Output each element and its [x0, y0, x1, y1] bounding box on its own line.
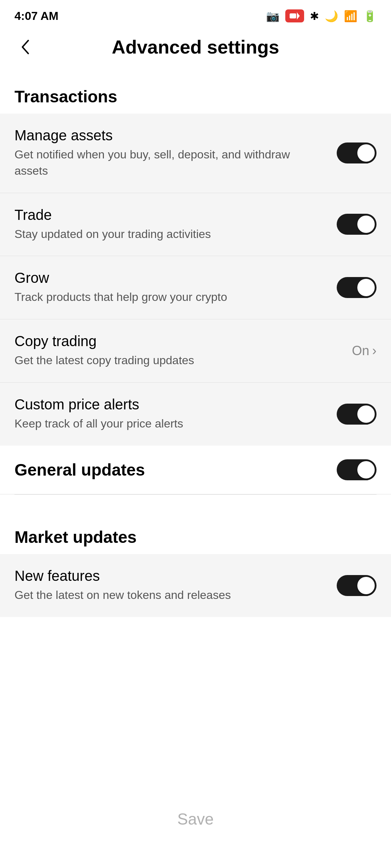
- market-updates-list: New features Get the latest on new token…: [0, 554, 391, 617]
- new-features-text: New features Get the latest on new token…: [14, 568, 326, 603]
- new-features-subtitle: Get the latest on new tokens and release…: [14, 587, 326, 603]
- copy-trading-title: Copy trading: [14, 333, 341, 349]
- status-bar: 4:07 AM 📷 ✱ 🌙 📶 🔋: [0, 0, 391, 29]
- manage-assets-item: Manage assets Get notified when you buy,…: [0, 114, 391, 193]
- grow-subtitle: Track products that help grow your crypt…: [14, 289, 326, 305]
- grow-text: Grow Track products that help grow your …: [14, 270, 326, 305]
- status-time: 4:07 AM: [14, 9, 59, 23]
- moon-icon: 🌙: [325, 10, 338, 22]
- custom-price-alerts-item: Custom price alerts Keep track of all yo…: [0, 383, 391, 446]
- page-title: Advanced settings: [36, 36, 355, 58]
- new-features-item: New features Get the latest on new token…: [0, 554, 391, 617]
- trade-title: Trade: [14, 207, 326, 223]
- copy-trading-status: On: [352, 343, 369, 358]
- save-button[interactable]: Save: [177, 810, 214, 828]
- custom-price-alerts-subtitle: Keep track of all your price alerts: [14, 416, 326, 432]
- manage-assets-title: Manage assets: [14, 127, 326, 144]
- trade-item: Trade Stay updated on your trading activ…: [0, 193, 391, 256]
- copy-trading-item[interactable]: Copy trading Get the latest copy trading…: [0, 319, 391, 383]
- grow-item: Grow Track products that help grow your …: [0, 256, 391, 319]
- new-features-title: New features: [14, 568, 326, 584]
- camera-icon: 📷: [266, 10, 279, 22]
- bluetooth-icon: ✱: [310, 10, 319, 22]
- general-updates-title: General updates: [14, 460, 145, 480]
- manage-assets-toggle[interactable]: [337, 142, 377, 163]
- record-icon: [285, 9, 304, 22]
- custom-price-alerts-title: Custom price alerts: [14, 396, 326, 413]
- content: Transactions Manage assets Get notified …: [0, 65, 391, 617]
- grow-title: Grow: [14, 270, 326, 286]
- svg-marker-1: [297, 12, 300, 20]
- svg-rect-0: [290, 13, 296, 18]
- custom-price-alerts-toggle[interactable]: [337, 404, 377, 425]
- copy-trading-text: Copy trading Get the latest copy trading…: [14, 333, 341, 369]
- transactions-section-header: Transactions: [0, 76, 391, 114]
- status-icons: 📷 ✱ 🌙 📶 🔋: [266, 9, 377, 22]
- transactions-list: Manage assets Get notified when you buy,…: [0, 114, 391, 446]
- trade-subtitle: Stay updated on your trading activities: [14, 226, 326, 242]
- battery-icon: 🔋: [363, 10, 377, 22]
- save-button-container: Save: [0, 799, 391, 839]
- trade-toggle[interactable]: [337, 214, 377, 235]
- general-updates-toggle[interactable]: [337, 459, 377, 480]
- wifi-icon: 📶: [344, 10, 357, 22]
- nav-bar: Advanced settings: [0, 29, 391, 65]
- chevron-right-icon: ›: [372, 343, 377, 358]
- market-updates-section: Market updates New features Get the late…: [0, 495, 391, 617]
- back-button[interactable]: [14, 36, 36, 58]
- trade-text: Trade Stay updated on your trading activ…: [14, 207, 326, 242]
- custom-price-alerts-text: Custom price alerts Keep track of all yo…: [14, 396, 326, 432]
- market-updates-section-header: Market updates: [0, 516, 391, 554]
- general-updates-item: General updates: [0, 446, 391, 494]
- copy-trading-subtitle: Get the latest copy trading updates: [14, 352, 341, 369]
- new-features-toggle[interactable]: [337, 575, 377, 596]
- copy-trading-value: On ›: [352, 343, 377, 358]
- manage-assets-subtitle: Get notified when you buy, sell, deposit…: [14, 146, 326, 179]
- manage-assets-text: Manage assets Get notified when you buy,…: [14, 127, 326, 179]
- grow-toggle[interactable]: [337, 277, 377, 298]
